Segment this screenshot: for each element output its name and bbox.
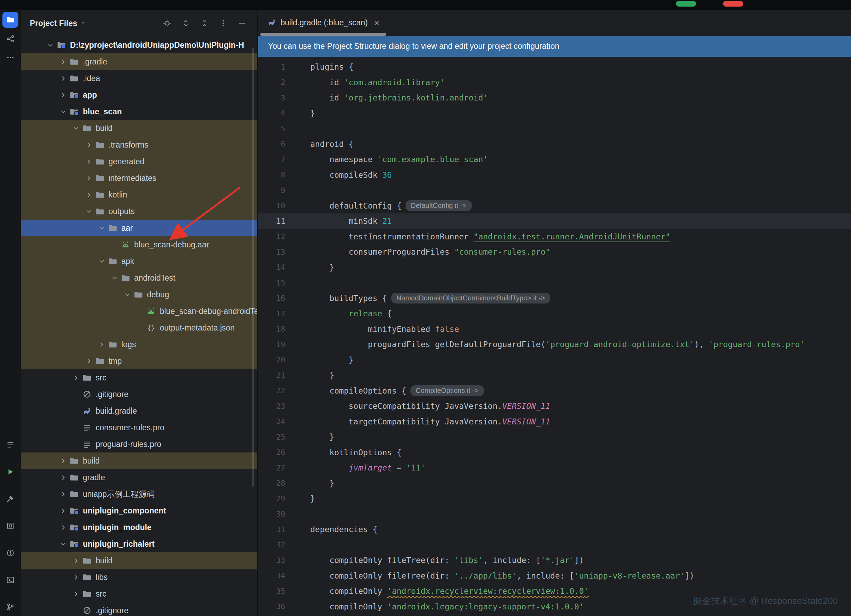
chevron-collapsed-icon[interactable] — [58, 489, 68, 499]
code-line-10[interactable]: 10 defaultConfig {DefaultConfig it -> — [258, 198, 851, 214]
tree-item-blue-scan-debug-androidte[interactable]: blue_scan-debug-androidTe — [21, 303, 257, 319]
code-line-20[interactable]: 20 } — [258, 352, 851, 368]
chevron-expanded-icon[interactable] — [58, 106, 68, 117]
expand-all-icon[interactable] — [181, 18, 191, 28]
chevron-collapsed-icon[interactable] — [58, 57, 68, 67]
tree-item-aar[interactable]: aar — [21, 220, 257, 236]
tree-item-tmp[interactable]: tmp — [21, 353, 257, 369]
tree-item-src[interactable]: src — [21, 586, 257, 602]
chevron-expanded-icon[interactable] — [84, 206, 94, 217]
project-scrollbar[interactable] — [252, 48, 254, 487]
code-line-2[interactable]: 2 id 'com.android.library' — [258, 75, 851, 90]
code-line-23[interactable]: 23 sourceCompatibility JavaVersion.VERSI… — [258, 399, 851, 414]
code-line-21[interactable]: 21 } — [258, 367, 851, 383]
tree-item-output-metadata-json[interactable]: {}output-metadata.json — [21, 319, 257, 336]
code-line-6[interactable]: 6android { — [258, 136, 851, 152]
tree-item-apk[interactable]: apk — [21, 253, 257, 270]
code-line-32[interactable]: 32 — [258, 537, 851, 553]
chevron-collapsed-icon[interactable] — [58, 505, 68, 516]
more-icon[interactable] — [218, 18, 228, 28]
tab-close-icon[interactable]: × — [374, 18, 379, 27]
tree-item-src[interactable]: src — [21, 369, 257, 386]
chevron-collapsed-icon[interactable] — [58, 472, 68, 483]
tree-item-androidtest[interactable]: androidTest — [21, 270, 257, 286]
code-line-11[interactable]: 11 minSdk 21 — [258, 213, 851, 229]
chevron-collapsed-icon[interactable] — [58, 73, 68, 84]
build-icon[interactable] — [3, 491, 18, 507]
code-line-31[interactable]: 31dependencies { — [258, 522, 851, 537]
tab-build-gradle[interactable]: build.gradle (:blue_scan) × — [260, 10, 387, 36]
code-line-14[interactable]: 14 } — [258, 260, 851, 276]
structure-icon[interactable] — [3, 31, 18, 46]
tree-item-idea[interactable]: .idea — [21, 70, 257, 87]
code-line-17[interactable]: 17 release { — [258, 306, 851, 322]
chevron-collapsed-icon[interactable] — [71, 589, 81, 599]
tree-item-intermediates[interactable]: intermediates — [21, 170, 257, 186]
hide-icon[interactable] — [237, 18, 247, 28]
code-line-26[interactable]: 26 kotlinOptions { — [258, 445, 851, 460]
tree-item-app[interactable]: app — [21, 87, 257, 103]
collapse-all-icon[interactable] — [200, 18, 209, 28]
tree-item-kotlin[interactable]: kotlin — [21, 186, 257, 203]
tree-item-debug[interactable]: debug — [21, 286, 257, 303]
chevron-collapsed-icon[interactable] — [96, 339, 107, 349]
tree-item-build[interactable]: build — [21, 120, 257, 136]
code-line-27[interactable]: 27 jvmTarget = '11' — [258, 460, 851, 476]
chevron-expanded-icon[interactable] — [45, 40, 56, 50]
code-line-22[interactable]: 22 compileOptions {CompileOptions it -> — [258, 383, 851, 399]
project-view-selector[interactable]: Project Files — [30, 19, 86, 28]
tree-item-build[interactable]: build — [21, 552, 257, 569]
code-line-12[interactable]: 12 testInstrumentationRunner "androidx.t… — [258, 229, 851, 244]
tree-item-uniplugin-component[interactable]: uniplugin_component — [21, 502, 257, 519]
chevron-expanded-icon[interactable] — [122, 289, 132, 300]
tree-item-uniplugin-module[interactable]: uniplugin_module — [21, 519, 257, 536]
problems-icon[interactable] — [3, 545, 18, 561]
code-line-34[interactable]: 34 compileOnly fileTree(dir: '../app/lib… — [258, 568, 851, 584]
run-icon[interactable] — [3, 464, 18, 480]
code-line-24[interactable]: 24 targetCompatibility JavaVersion.VERSI… — [258, 414, 851, 430]
chevron-collapsed-icon[interactable] — [58, 522, 68, 532]
tree-item-uniapp[interactable]: uniapp示例工程源码 — [21, 486, 257, 502]
tree-item-blue-scan-debug-aar[interactable]: blue_scan-debug.aar — [21, 236, 257, 253]
code-editor[interactable]: 1plugins {2 id 'com.android.library'3 id… — [258, 57, 851, 616]
code-line-9[interactable]: 9 — [258, 183, 851, 198]
code-line-29[interactable]: 29} — [258, 491, 851, 507]
code-line-8[interactable]: 8 compileSdk 36 — [258, 167, 851, 183]
code-line-7[interactable]: 7 namespace 'com.example.blue_scan' — [258, 152, 851, 167]
code-line-13[interactable]: 13 consumerProguardFiles "consumer-rules… — [258, 244, 851, 260]
chevron-collapsed-icon[interactable] — [84, 156, 94, 166]
tree-item-build[interactable]: build — [21, 453, 257, 469]
chevron-collapsed-icon[interactable] — [58, 90, 68, 100]
git-icon[interactable] — [3, 600, 18, 615]
chevron-expanded-icon[interactable] — [96, 223, 107, 233]
tree-item-generated[interactable]: generated — [21, 153, 257, 170]
tree-item-d-zyproject-androiduniappdemo-uniplugin-h[interactable]: D:\zyproject\androidUniappDemo\UniPlugin… — [21, 37, 257, 53]
tree-item-gradle[interactable]: gradle — [21, 469, 257, 486]
code-line-18[interactable]: 18 minifyEnabled false — [258, 322, 851, 337]
chevron-expanded-icon[interactable] — [96, 256, 107, 267]
tree-item-logs[interactable]: logs — [21, 336, 257, 353]
titlebar-red-button[interactable] — [723, 1, 743, 7]
code-line-28[interactable]: 28 } — [258, 476, 851, 491]
code-line-15[interactable]: 15 — [258, 275, 851, 291]
project-tool-icon[interactable] — [2, 12, 18, 28]
tree-item-consumer-rules-pro[interactable]: consumer-rules.pro — [21, 419, 257, 436]
tree-item-uniplugin-richalert[interactable]: uniplugin_richalert — [21, 536, 257, 552]
locate-icon[interactable] — [162, 18, 172, 28]
code-line-16[interactable]: 16 buildTypes {NamedDomainObjectContaine… — [258, 291, 851, 306]
code-line-30[interactable]: 30 — [258, 507, 851, 522]
code-line-19[interactable]: 19 proguardFiles getDefaultProguardFile(… — [258, 337, 851, 352]
code-line-4[interactable]: 4} — [258, 106, 851, 121]
more-icon[interactable] — [3, 50, 18, 65]
chevron-collapsed-icon[interactable] — [71, 372, 81, 383]
chevron-expanded-icon[interactable] — [71, 123, 81, 133]
code-line-37[interactable]: 37 compileOnly 'androidx.appcompat:appco… — [258, 614, 851, 616]
tree-item-gitignore[interactable]: .gitignore — [21, 386, 257, 403]
chevron-collapsed-icon[interactable] — [84, 139, 94, 150]
tree-item-build-gradle[interactable]: build.gradle — [21, 403, 257, 419]
code-line-33[interactable]: 33 compileOnly fileTree(dir: 'libs', inc… — [258, 553, 851, 568]
tree-item-transforms[interactable]: .transforms — [21, 136, 257, 153]
tree-item-gradle[interactable]: .gradle — [21, 53, 257, 70]
chevron-collapsed-icon[interactable] — [71, 572, 81, 582]
tree-item-libs[interactable]: libs — [21, 569, 257, 586]
